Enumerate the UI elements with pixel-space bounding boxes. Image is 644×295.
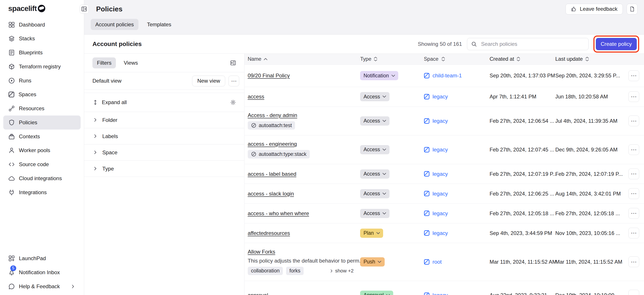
show-more-labels[interactable]: show +2 [329, 268, 354, 274]
filter-section-labels[interactable]: Labels [84, 128, 244, 144]
sidebar-item-contexts[interactable]: Contexts [3, 130, 80, 144]
sidebar-item-cloud-integrations[interactable]: Cloud integrations [3, 171, 80, 185]
sidebar-item-label: Blueprints [19, 50, 42, 56]
column-header-created[interactable]: Created at [490, 56, 555, 62]
space-link[interactable]: legacy [432, 210, 448, 216]
space-link[interactable]: legacy [432, 118, 448, 124]
expand-all-label[interactable]: Expand all [102, 99, 127, 105]
space-link[interactable]: legacy [432, 191, 448, 197]
search-input[interactable] [480, 41, 584, 48]
document-icon [629, 6, 635, 12]
collapse-filters-button[interactable] [228, 57, 238, 68]
policy-label-chip[interactable]: autoattach:type:stack [248, 150, 310, 158]
row-menu-button[interactable]: ⋯ [628, 290, 639, 295]
sidebar-item-help-feedback[interactable]: Help & Feedback [3, 279, 80, 293]
sidebar-item-integrations[interactable]: Integrations [3, 185, 80, 199]
policy-name-link[interactable]: approval [248, 292, 268, 295]
space-icon [424, 118, 430, 124]
space-link[interactable]: legacy [432, 94, 448, 100]
row-menu-button[interactable]: ⋯ [628, 256, 639, 267]
policy-name-link[interactable]: access - label based [248, 171, 296, 177]
policy-type-badge[interactable]: Push [360, 257, 385, 266]
policy-name-link[interactable]: affectedresources [248, 230, 290, 236]
column-header-updated[interactable]: Last update [555, 56, 621, 62]
last-update: Mar 11th, 2024, 11:15:52 AM [555, 259, 621, 265]
policy-type-badge[interactable]: Notification [360, 71, 398, 80]
sidebar-item-label: Spaces [18, 91, 36, 98]
sidebar-item-dashboard[interactable]: Dashboard [3, 18, 80, 32]
resources-icon [8, 105, 15, 112]
space-link[interactable]: legacy [432, 147, 448, 153]
filter-section-folder[interactable]: Folder [84, 112, 244, 128]
policy-name-link[interactable]: access - engineering [248, 141, 297, 147]
sidebar-item-resources[interactable]: Resources [3, 102, 80, 116]
space-link[interactable]: root [432, 259, 442, 265]
tab-templates[interactable]: Templates [142, 19, 176, 30]
sidebar-item-terraform-registry[interactable]: Terraform registry [3, 60, 80, 74]
policy-label-chip[interactable]: collaboration [248, 267, 283, 275]
row-menu-button[interactable]: ⋯ [628, 208, 639, 219]
filter-section-space[interactable]: Space [84, 144, 244, 160]
policy-label-chip[interactable]: forks [286, 267, 304, 275]
tab-filters[interactable]: Filters [92, 57, 116, 69]
row-menu-button[interactable]: ⋯ [628, 169, 639, 179]
policy-label-chip[interactable]: autoattach:test [248, 121, 295, 130]
sidebar-item-source-code[interactable]: Source code [3, 157, 80, 171]
filter-settings-button[interactable] [228, 97, 238, 108]
collapse-sidebar-button[interactable] [80, 5, 89, 14]
policy-name-link[interactable]: Allow Forks [248, 249, 275, 255]
table-row: approval Approval legacy Aug 22nd, 2023,… [244, 281, 644, 295]
space-icon [424, 230, 430, 236]
sidebar-item-launchpad[interactable]: LaunchPad [3, 252, 80, 266]
tab-account-policies[interactable]: Account policies [91, 19, 138, 30]
space-link[interactable]: legacy [432, 171, 448, 177]
sidebar-item-stacks[interactable]: Stacks [3, 32, 80, 46]
policy-type-badge[interactable]: Access [360, 189, 390, 198]
sidebar-item-runs[interactable]: Runs [3, 74, 80, 88]
row-menu-button[interactable]: ⋯ [628, 188, 639, 199]
sidebar-item-notification-inbox[interactable]: 5 Notification Inbox [3, 265, 80, 279]
policy-type-badge[interactable]: Access [360, 169, 390, 179]
row-menu-button[interactable]: ⋯ [628, 70, 639, 81]
sidebar-item-label: Integrations [19, 189, 47, 195]
sidebar-item-policies[interactable]: Policies [3, 116, 80, 130]
chevron-right-icon [92, 149, 98, 155]
new-view-button[interactable]: New view [192, 76, 225, 86]
row-menu-button[interactable]: ⋯ [628, 91, 639, 102]
policy-name-link[interactable]: access - who when where [248, 210, 309, 216]
last-update: Dec 9th, 2024, 9:26:05 AM [555, 147, 621, 153]
sidebar-item-worker-pools[interactable]: Worker pools [3, 143, 80, 157]
create-policy-button[interactable]: Create policy [596, 38, 637, 50]
policy-type-badge[interactable]: Approval [360, 290, 393, 295]
sidebar-item-spaces[interactable]: Spaces [3, 87, 80, 102]
spacelift-logo[interactable]: spacelift [0, 0, 84, 18]
row-menu-button[interactable]: ⋯ [628, 116, 639, 126]
column-header-type[interactable]: Type [360, 56, 424, 62]
policy-type-badge[interactable]: Access [360, 209, 390, 218]
row-menu-button[interactable]: ⋯ [628, 228, 639, 238]
column-header-space[interactable]: Space [424, 56, 490, 62]
tab-views[interactable]: Views [119, 57, 142, 69]
policy-type-badge[interactable]: Access [360, 116, 390, 126]
policy-type-badge[interactable]: Plan [360, 229, 383, 238]
policy-name-link[interactable]: access [248, 94, 264, 100]
policy-name-link[interactable]: 09/20 Final Policy [248, 73, 290, 79]
worker-pools-icon [8, 147, 15, 154]
sidebar-item-blueprints[interactable]: Blueprints [3, 46, 80, 60]
policy-name-link[interactable]: access - slack login [248, 191, 294, 197]
view-menu-button[interactable]: ⋯ [228, 76, 239, 86]
policy-type-badge[interactable]: Access [360, 92, 390, 101]
sidebar-item-label: Stacks [19, 36, 35, 42]
leave-feedback-button[interactable]: Leave feedback [566, 4, 622, 15]
filter-section-type[interactable]: Type [84, 160, 244, 177]
space-link[interactable]: legacy [432, 230, 448, 236]
space-link[interactable]: child-team-1 [432, 73, 462, 79]
space-link[interactable]: legacy [432, 292, 448, 295]
row-menu-button[interactable]: ⋯ [628, 144, 639, 155]
policy-name-link[interactable]: Access - deny admin [248, 112, 297, 118]
column-header-name[interactable]: Name [244, 56, 360, 62]
docs-button[interactable] [627, 4, 638, 15]
policy-type-badge[interactable]: Access [360, 145, 390, 154]
ellipsis-icon: ⋯ [231, 78, 236, 84]
chevron-down-icon [382, 148, 386, 151]
